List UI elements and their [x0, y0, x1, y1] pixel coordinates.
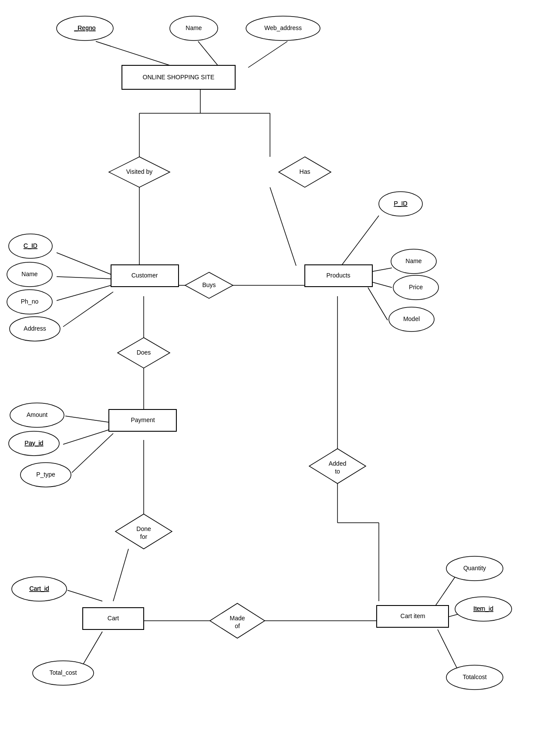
svg-line-13: [57, 253, 111, 274]
entity-online-shopping-label: ONLINE SHOPPING SITE: [143, 74, 215, 81]
svg-line-25: [113, 549, 128, 601]
svg-line-9: [340, 216, 379, 268]
svg-line-32: [67, 590, 102, 601]
svg-line-15: [57, 285, 111, 301]
relation-made-of-label: Made: [229, 615, 245, 622]
attr-price-label: Price: [409, 284, 423, 291]
attr-oss-name-label: Name: [186, 24, 202, 31]
relation-made-of-label2: of: [235, 622, 240, 629]
svg-line-36: [438, 629, 459, 673]
attr-prod-name-label: Name: [405, 257, 422, 264]
entity-cart-label: Cart: [108, 615, 119, 622]
svg-line-16: [63, 292, 113, 327]
relation-visited-by-label: Visited by: [126, 168, 152, 175]
attr-c-id-underline: C_ID: [24, 242, 37, 249]
relation-done-for-label2: for: [140, 533, 148, 540]
attr-totalcost-label: Totalcost: [462, 673, 486, 680]
attr-pay-id-underline: Pay_id: [25, 440, 44, 447]
svg-line-2: [248, 41, 287, 68]
relation-has-label: Has: [300, 168, 310, 175]
entity-payment-label: Payment: [131, 416, 155, 423]
attr-ph-no-label: Ph_no: [21, 298, 39, 305]
entity-products-label: Products: [326, 272, 350, 279]
svg-line-8: [270, 187, 296, 266]
relation-done-for-label: Done: [136, 525, 151, 532]
attr-p-id-underline: P_ID: [394, 200, 407, 207]
svg-line-33: [81, 632, 102, 669]
attr-amount-label: Amount: [27, 411, 47, 418]
svg-line-1: [198, 41, 218, 65]
attr-quantity-label: Quantity: [463, 565, 486, 572]
svg-line-21: [65, 416, 111, 423]
attr-item-id-underline: Item_id: [473, 605, 493, 612]
svg-line-12: [368, 288, 388, 320]
attr-model-label: Model: [403, 315, 420, 322]
entity-customer-label: Customer: [132, 272, 158, 279]
attr-address-label: Address: [24, 325, 46, 332]
entity-cart-item-label: Cart item: [401, 612, 425, 619]
er-diagram: ONLINE SHOPPING SITE Customer Products P…: [0, 0, 560, 751]
attr-cust-name-label: Name: [21, 271, 38, 277]
svg-line-0: [96, 41, 170, 65]
relation-does-label: Does: [137, 349, 151, 356]
attr-cart-id-underline: Cart_id: [29, 585, 49, 592]
attr-p-type-label: P_type: [36, 471, 55, 478]
attr-total-cost-label: Total_cost: [49, 669, 77, 676]
relation-added-to-label2: to: [335, 468, 340, 475]
attr-web-address-label: Web_address: [264, 24, 302, 31]
svg-line-14: [57, 277, 111, 279]
relation-added-to-label: Added: [329, 460, 346, 467]
relation-buys-label: Buys: [202, 281, 216, 288]
attr-regno-underline: _Regno: [74, 24, 95, 31]
